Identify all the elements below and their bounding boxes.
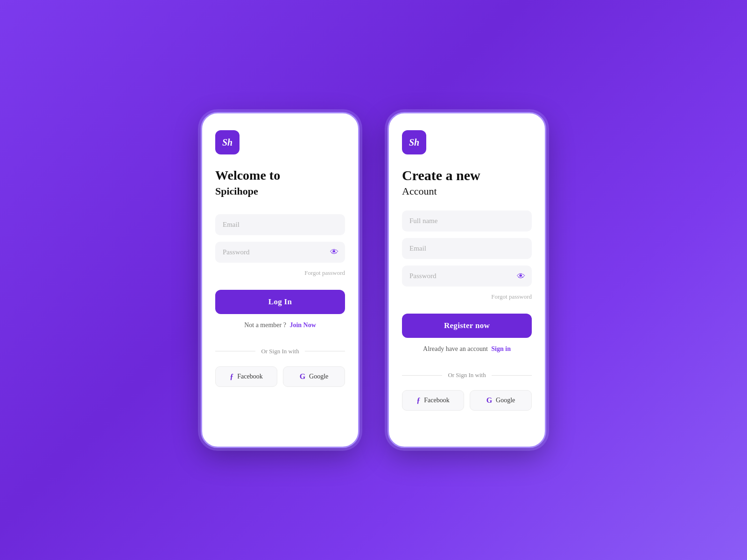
register-social-buttons: ƒ Facebook G Google xyxy=(402,390,532,411)
register-card: Sh Create a new Account 👁 Forgot passwor… xyxy=(388,112,546,448)
login-title-line2: Spicihope xyxy=(215,185,345,197)
login-password-input[interactable] xyxy=(215,242,345,263)
login-forgot-password[interactable]: Forgot password xyxy=(215,269,345,277)
login-divider-text: Or Sign In with xyxy=(261,348,299,355)
register-password-input[interactable] xyxy=(402,266,532,287)
register-membership-text: Already have an account Sign in xyxy=(402,345,532,353)
phones-container: Sh Welcome to Spicihope 👁 Forgot passwor… xyxy=(201,112,546,448)
login-divider: Or Sign In with xyxy=(215,348,345,355)
login-title-line1: Welcome to xyxy=(215,168,345,183)
login-join-now-link[interactable]: Join Now xyxy=(289,322,316,329)
register-title-line2: Account xyxy=(402,185,532,197)
register-have-account-text: Already have an account xyxy=(423,345,488,352)
login-card: Sh Welcome to Spicihope 👁 Forgot passwor… xyxy=(201,112,359,448)
login-google-button[interactable]: G Google xyxy=(283,366,345,387)
register-facebook-label: Facebook xyxy=(424,397,449,404)
login-logo-text: Sh xyxy=(222,137,233,148)
register-title-line1: Create a new xyxy=(402,168,532,183)
login-button[interactable]: Log In xyxy=(215,290,345,314)
login-social-buttons: ƒ Facebook G Google xyxy=(215,366,345,387)
register-logo: Sh xyxy=(402,130,426,154)
login-divider-line-left xyxy=(215,351,255,351)
register-forgot-password[interactable]: Forgot password xyxy=(402,293,532,301)
login-password-wrapper: 👁 xyxy=(215,242,345,263)
register-google-icon: G xyxy=(486,396,492,405)
register-divider-text: Or Sign In with xyxy=(448,371,486,379)
register-email-input[interactable] xyxy=(402,238,532,259)
register-divider-line-left xyxy=(402,375,442,376)
login-facebook-button[interactable]: ƒ Facebook xyxy=(215,366,277,387)
register-sign-in-link[interactable]: Sign in xyxy=(491,345,511,352)
login-google-label: Google xyxy=(309,373,328,380)
register-fullname-input[interactable] xyxy=(402,210,532,231)
login-not-member-text: Not a member ? xyxy=(244,322,286,329)
login-facebook-icon: ƒ xyxy=(230,372,233,381)
register-google-button[interactable]: G Google xyxy=(470,390,532,411)
login-email-input[interactable] xyxy=(215,214,345,235)
login-google-icon: G xyxy=(300,372,305,381)
register-google-label: Google xyxy=(496,397,515,404)
login-divider-line-right xyxy=(305,351,345,351)
login-eye-icon[interactable]: 👁 xyxy=(330,247,338,257)
register-button[interactable]: Register now xyxy=(402,314,532,338)
register-divider: Or Sign In with xyxy=(402,371,532,379)
register-password-wrapper: 👁 xyxy=(402,266,532,287)
register-divider-line-right xyxy=(492,375,532,376)
register-facebook-button[interactable]: ƒ Facebook xyxy=(402,390,464,411)
register-facebook-icon: ƒ xyxy=(416,396,420,405)
login-facebook-label: Facebook xyxy=(237,373,262,380)
register-eye-icon[interactable]: 👁 xyxy=(517,271,525,281)
register-logo-text: Sh xyxy=(409,137,419,148)
login-logo: Sh xyxy=(215,130,240,154)
login-membership-text: Not a member ? Join Now xyxy=(215,322,345,329)
